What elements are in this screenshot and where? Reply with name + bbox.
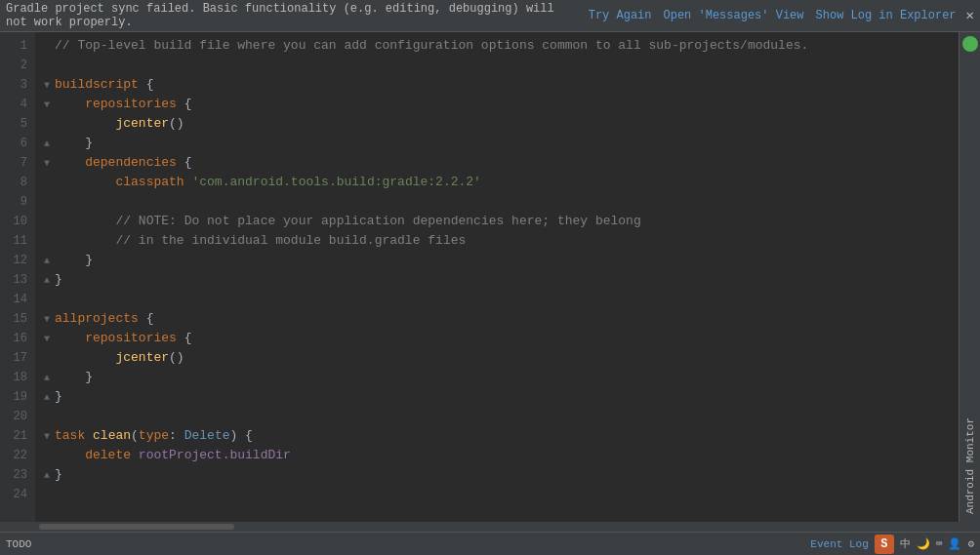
code-editor[interactable]: // Top-level build file where you can ad… bbox=[35, 32, 959, 522]
code-line-18: ▲ } bbox=[39, 368, 959, 387]
fold-indicator-18[interactable]: ▲ bbox=[39, 373, 55, 383]
editor-area: 123456789101112131415161718192021222324 … bbox=[0, 32, 980, 522]
code-line-19: ▲} bbox=[39, 387, 959, 407]
notification-bar: Gradle project sync failed. Basic functi… bbox=[0, 0, 980, 32]
code-text-24 bbox=[55, 485, 62, 504]
code-text-14 bbox=[55, 290, 62, 309]
line-number-1: 1 bbox=[0, 36, 35, 56]
line-number-17: 17 bbox=[0, 348, 35, 368]
open-messages-link[interactable]: Open 'Messages' View bbox=[664, 9, 804, 22]
code-line-11: // in the individual module build.gradle… bbox=[39, 231, 959, 251]
show-log-link[interactable]: Show Log in Explorer bbox=[816, 9, 957, 22]
code-line-16: ▼ repositories { bbox=[39, 329, 959, 348]
fold-indicator-23[interactable]: ▲ bbox=[39, 470, 55, 481]
try-again-link[interactable]: Try Again bbox=[589, 9, 652, 22]
fold-indicator-21[interactable]: ▼ bbox=[39, 431, 55, 442]
code-text-17: jcenter() bbox=[55, 348, 184, 368]
fold-indicator-12[interactable]: ▲ bbox=[39, 256, 55, 266]
line-number-12: 12 bbox=[0, 251, 35, 270]
horizontal-scrollbar[interactable] bbox=[0, 522, 980, 532]
code-line-7: ▼ dependencies { bbox=[39, 153, 959, 173]
code-text-16: repositories { bbox=[55, 329, 191, 348]
line-number-4: 4 bbox=[0, 95, 35, 114]
status-bar: TODO Event Log S 中 🌙 ⌨ 👤 ⚙ bbox=[0, 532, 980, 555]
code-line-24 bbox=[39, 485, 959, 504]
code-text-8: classpath 'com.android.tools.build:gradl… bbox=[55, 173, 481, 192]
right-sidebar: Android Monitor bbox=[959, 32, 980, 522]
line-number-18: 18 bbox=[0, 368, 35, 387]
notification-close-button[interactable]: ✕ bbox=[966, 9, 974, 22]
code-text-6: } bbox=[55, 134, 93, 153]
android-monitor-tab[interactable]: Android Monitor bbox=[960, 410, 980, 522]
code-text-23: } bbox=[55, 465, 62, 485]
moon-icon[interactable]: 🌙 bbox=[917, 537, 930, 550]
code-text-22: delete rootProject.buildDir bbox=[55, 446, 291, 465]
line-number-8: 8 bbox=[0, 173, 35, 192]
fold-indicator-7[interactable]: ▼ bbox=[39, 158, 55, 169]
code-line-17: jcenter() bbox=[39, 348, 959, 368]
code-line-4: ▼ repositories { bbox=[39, 95, 959, 114]
code-text-15: allprojects { bbox=[55, 309, 153, 329]
line-number-10: 10 bbox=[0, 212, 35, 231]
code-text-5: jcenter() bbox=[55, 114, 184, 134]
line-number-20: 20 bbox=[0, 407, 35, 426]
code-text-12: } bbox=[55, 251, 93, 270]
android-icon bbox=[962, 36, 978, 52]
line-number-15: 15 bbox=[0, 309, 35, 329]
code-line-22: delete rootProject.buildDir bbox=[39, 446, 959, 465]
code-line-8: classpath 'com.android.tools.build:gradl… bbox=[39, 173, 959, 192]
code-line-14 bbox=[39, 290, 959, 309]
fold-indicator-16[interactable]: ▼ bbox=[39, 334, 55, 344]
code-line-3: ▼buildscript { bbox=[39, 75, 959, 95]
event-log-button[interactable]: Event Log bbox=[810, 538, 868, 550]
settings-icon[interactable]: ⚙ bbox=[967, 537, 974, 550]
code-line-5: jcenter() bbox=[39, 114, 959, 134]
code-text-4: repositories { bbox=[55, 95, 191, 114]
code-line-23: ▲} bbox=[39, 465, 959, 485]
fold-indicator-19[interactable]: ▲ bbox=[39, 392, 55, 403]
code-text-3: buildscript { bbox=[55, 75, 153, 95]
status-bar-left: TODO bbox=[6, 538, 31, 550]
code-text-11: // in the individual module build.gradle… bbox=[55, 231, 466, 251]
chinese-input-icon[interactable]: 中 bbox=[900, 536, 911, 551]
line-number-3: 3 bbox=[0, 75, 35, 95]
code-line-10: // NOTE: Do not place your application d… bbox=[39, 212, 959, 231]
fold-indicator-4[interactable]: ▼ bbox=[39, 99, 55, 110]
line-number-11: 11 bbox=[0, 231, 35, 251]
line-number-16: 16 bbox=[0, 329, 35, 348]
line-number-13: 13 bbox=[0, 270, 35, 290]
code-text-21: task clean(type: Delete) { bbox=[55, 426, 253, 446]
code-line-6: ▲ } bbox=[39, 134, 959, 153]
line-number-5: 5 bbox=[0, 114, 35, 134]
line-number-21: 21 bbox=[0, 426, 35, 446]
code-line-13: ▲} bbox=[39, 270, 959, 290]
todo-button[interactable]: TODO bbox=[6, 538, 31, 550]
line-number-6: 6 bbox=[0, 134, 35, 153]
line-number-23: 23 bbox=[0, 465, 35, 485]
fold-indicator-6[interactable]: ▲ bbox=[39, 139, 55, 149]
status-bar-right: Event Log S 中 🌙 ⌨ 👤 ⚙ bbox=[810, 535, 974, 554]
line-number-22: 22 bbox=[0, 446, 35, 465]
code-text-20 bbox=[55, 407, 62, 426]
line-number-9: 9 bbox=[0, 192, 35, 212]
line-number-7: 7 bbox=[0, 153, 35, 173]
line-number-2: 2 bbox=[0, 56, 35, 75]
horizontal-scrollbar-thumb[interactable] bbox=[39, 524, 234, 530]
fold-indicator-13[interactable]: ▲ bbox=[39, 275, 55, 286]
code-text-7: dependencies { bbox=[55, 153, 191, 173]
fold-indicator-15[interactable]: ▼ bbox=[39, 314, 55, 325]
code-line-2 bbox=[39, 56, 959, 75]
code-line-9 bbox=[39, 192, 959, 212]
code-text-18: } bbox=[55, 368, 93, 387]
code-text-2 bbox=[55, 56, 62, 75]
fold-indicator-3[interactable]: ▼ bbox=[39, 80, 55, 91]
code-line-21: ▼task clean(type: Delete) { bbox=[39, 426, 959, 446]
notification-links: Try Again Open 'Messages' View Show Log … bbox=[589, 9, 957, 22]
user-icon[interactable]: 👤 bbox=[948, 537, 961, 550]
code-line-15: ▼allprojects { bbox=[39, 309, 959, 329]
code-text-13: } bbox=[55, 270, 62, 290]
line-numbers-gutter: 123456789101112131415161718192021222324 bbox=[0, 32, 35, 522]
keyboard-icon[interactable]: ⌨ bbox=[936, 537, 943, 550]
sketchware-icon[interactable]: S bbox=[875, 535, 894, 554]
line-number-24: 24 bbox=[0, 485, 35, 504]
